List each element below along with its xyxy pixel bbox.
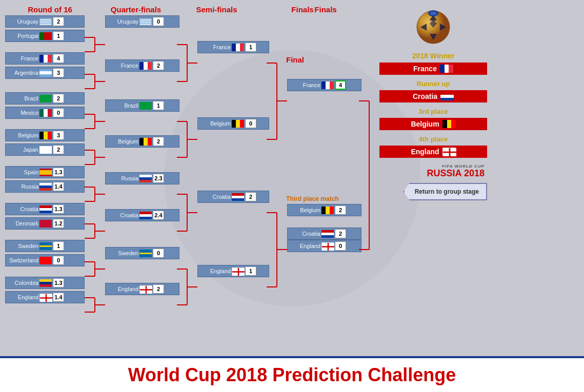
third-belgium-score: 2 (335, 205, 346, 215)
qf-brazil-score: 1 (153, 101, 164, 110)
r16-denmark-name: Denmark (8, 220, 38, 226)
qf-uruguay-name: Uruguay (108, 18, 138, 25)
r16-sweden-name: Sweden (8, 243, 38, 249)
qf-russia-score: 2.3 (153, 174, 164, 183)
r16-argentina-name: Argentina (8, 70, 38, 76)
r16-croatia-name: Croatia (8, 206, 38, 212)
r16-sweden-score: 1 (53, 241, 64, 251)
r16-mexico-score: 0 (53, 108, 64, 117)
third-england: England 0 (287, 240, 361, 252)
r16-uruguay-name: Uruguay (8, 18, 38, 25)
third-belgium-flag (321, 207, 334, 214)
third-england-flag (321, 242, 334, 250)
r16-belgium-score: 3 (53, 131, 64, 140)
r16-brazil: Brazil 2 (5, 92, 85, 105)
final-label: Final (286, 55, 304, 65)
sf-france-name: France (200, 44, 231, 50)
runner-label-text: Runner up (379, 79, 487, 88)
qf-france-score: 2 (153, 61, 164, 70)
sf-france-flag (232, 44, 244, 51)
third-england-name: England (290, 243, 320, 249)
qf-russia: Russia 2.3 (105, 172, 179, 184)
qf-belgium-name: Belgium (108, 138, 138, 145)
qf-croatia-name: Croatia (108, 212, 138, 218)
bracket-area: Round of 16 Quarter-finals Semi-finals F… (0, 0, 584, 356)
return-button[interactable]: Return to group stage (404, 183, 487, 200)
r16-russia-name: Russia (8, 183, 38, 190)
sf-france: France 1 (197, 41, 269, 53)
sf-belgium-score: 0 (245, 119, 256, 128)
r16-england-score: 1.4 (53, 293, 64, 302)
third-place-box: Belgium (379, 118, 487, 130)
qf-england-flag (139, 285, 152, 293)
header-f: Finals (256, 4, 349, 15)
sf-croatia: Croatia 2 (197, 191, 269, 203)
results-panel: 2018 Winner France Runner up Croatia 3rd… (379, 9, 487, 200)
r16-mexico: Mexico 0 (5, 107, 85, 119)
qf-france-flag (139, 62, 152, 70)
header-r16: Round of 16 (5, 4, 95, 15)
qf-uruguay: Uruguay 0 (105, 15, 179, 28)
qf-england-score: 2 (153, 284, 164, 294)
qf-brazil-name: Brazil (108, 102, 138, 109)
winner-label-text: 2018 Winner (379, 51, 487, 60)
r16-russia: Russia 1.4 (5, 180, 85, 193)
qf-croatia-score: 2.4 (153, 211, 164, 220)
r16-colombia: Colombia 1.3 (5, 277, 85, 289)
r16-portugal-flag (39, 32, 52, 40)
runner-box: Croatia (379, 90, 487, 102)
qf-belgium-flag (139, 138, 152, 146)
r16-spain-score: 1.3 (53, 168, 64, 177)
r16-uruguay-score: 2 (53, 17, 64, 26)
final-france-flag (321, 81, 334, 89)
bracket-wrapper: Round of 16 Quarter-finals Semi-finals F… (5, 4, 579, 356)
qf-sweden-flag (139, 250, 152, 257)
sf-france-score: 1 (245, 43, 256, 52)
r16-brazil-name: Brazil (8, 95, 38, 101)
final-croatia: Croatia 2 (287, 228, 361, 240)
r16-croatia-score: 1.3 (53, 204, 64, 214)
winner-box: France (379, 63, 487, 75)
sf-belgium: Belgium 0 (197, 117, 269, 130)
return-btn-container[interactable]: Return to group stage (379, 183, 487, 200)
fourth-flag (442, 148, 456, 156)
r16-denmark: Denmark 1.2 (5, 217, 85, 230)
fifa-branding: FIFA WORLD CUP RUSSIA 2018 (379, 164, 487, 178)
final-croatia-flag (321, 230, 334, 238)
r16-portugal-name: Portugal (8, 33, 38, 39)
sf-croatia-name: Croatia (200, 194, 231, 200)
r16-denmark-score: 1.2 (53, 219, 64, 228)
sf-croatia-flag (232, 193, 244, 201)
qf-croatia-flag (139, 212, 152, 219)
qf-england: England 2 (105, 283, 179, 295)
r16-belgium-name: Belgium (8, 132, 38, 138)
r16-france-score: 4 (53, 54, 64, 63)
r16-japan-score: 2 (53, 145, 64, 154)
r16-uruguay-flag (39, 18, 52, 26)
sf-croatia-score: 2 (245, 192, 256, 201)
r16-russia-flag (39, 183, 52, 191)
final-croatia-score: 2 (335, 229, 346, 238)
footer: World Cup 2018 Prediction Challenge (0, 356, 584, 392)
r16-england-flag (39, 294, 52, 301)
r16-argentina: Argentina 3 (5, 67, 85, 79)
r16-sweden-flag (39, 242, 52, 250)
third-match-label: Third place match (286, 194, 339, 203)
r16-croatia: Croatia 1.3 (5, 203, 85, 215)
r16-brazil-score: 2 (53, 94, 64, 103)
main-container: Round of 16 Quarter-finals Semi-finals F… (0, 0, 584, 392)
r16-switzerland-score: 0 (53, 256, 64, 265)
russia-text: RUSSIA 2018 (379, 169, 485, 178)
r16-switzerland-name: Switzerland (8, 257, 38, 263)
r16-russia-score: 1.4 (53, 182, 64, 191)
qf-sweden-score: 0 (153, 249, 164, 258)
r16-spain-name: Spain (8, 169, 38, 175)
r16-france-flag (39, 55, 52, 63)
fourth-label-text: 4th place (379, 134, 487, 143)
qf-russia-name: Russia (108, 175, 138, 181)
r16-colombia-flag (39, 279, 52, 287)
qf-brazil-flag (139, 102, 152, 110)
r16-uruguay: Uruguay 2 (5, 15, 85, 28)
r16-spain-flag (39, 169, 52, 176)
r16-japan-name: Japan (8, 147, 38, 153)
